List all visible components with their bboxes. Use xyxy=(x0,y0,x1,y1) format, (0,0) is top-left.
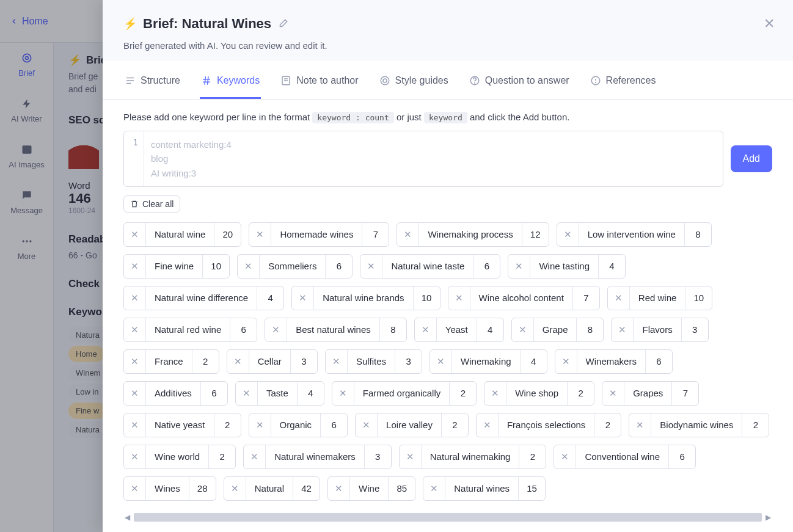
remove-keyword-icon[interactable]: ✕ xyxy=(430,350,452,373)
remove-keyword-icon[interactable]: ✕ xyxy=(512,318,534,341)
keyword-count[interactable]: 7 xyxy=(671,382,698,405)
keyword-count[interactable]: 85 xyxy=(388,477,415,500)
keyword-count[interactable]: 4 xyxy=(297,382,324,405)
tab-note-to-author[interactable]: Note to author xyxy=(279,64,359,99)
keyword-count[interactable]: 4 xyxy=(257,286,283,310)
keyword-count[interactable]: 10 xyxy=(413,286,440,310)
structure-icon xyxy=(125,75,136,86)
keyword-count[interactable]: 4 xyxy=(520,350,547,373)
remove-keyword-icon[interactable]: ✕ xyxy=(477,414,499,437)
keyword-chip: ✕Grape8 xyxy=(511,318,604,342)
keyword-count[interactable]: 2 xyxy=(449,382,476,405)
remove-keyword-icon[interactable]: ✕ xyxy=(224,477,246,500)
keyword-count[interactable]: 3 xyxy=(395,350,422,373)
keyword-count[interactable]: 7 xyxy=(362,223,389,246)
tab-structure[interactable]: Structure xyxy=(123,64,181,99)
remove-keyword-icon[interactable]: ✕ xyxy=(356,414,378,437)
remove-keyword-icon[interactable]: ✕ xyxy=(124,414,146,437)
keyword-count[interactable]: 2 xyxy=(567,382,594,405)
remove-keyword-icon[interactable]: ✕ xyxy=(602,382,624,405)
scroll-right-icon[interactable]: ▶ xyxy=(764,513,772,522)
remove-keyword-icon[interactable]: ✕ xyxy=(124,223,146,246)
keyword-count[interactable]: 4 xyxy=(598,255,625,278)
remove-keyword-icon[interactable]: ✕ xyxy=(249,223,271,246)
remove-keyword-icon[interactable]: ✕ xyxy=(328,477,350,500)
keyword-chip: ✕Best natural wines8 xyxy=(265,318,407,342)
remove-keyword-icon[interactable]: ✕ xyxy=(400,445,422,468)
remove-keyword-icon[interactable]: ✕ xyxy=(557,223,579,246)
remove-keyword-icon[interactable]: ✕ xyxy=(124,445,146,468)
remove-keyword-icon[interactable]: ✕ xyxy=(508,255,530,278)
keyword-count[interactable]: 2 xyxy=(192,350,219,373)
keyword-count[interactable]: 20 xyxy=(214,223,241,246)
keyword-count[interactable]: 42 xyxy=(293,477,320,500)
remove-keyword-icon[interactable]: ✕ xyxy=(236,382,258,405)
keyword-count[interactable]: 2 xyxy=(742,414,769,437)
keyword-count[interactable]: 6 xyxy=(200,382,227,405)
keywords-instruction: Please add one keyword per line in the f… xyxy=(123,112,772,122)
keyword-count[interactable]: 3 xyxy=(681,318,708,341)
remove-keyword-icon[interactable]: ✕ xyxy=(612,318,634,341)
remove-keyword-icon[interactable]: ✕ xyxy=(332,382,354,405)
tab-question-to-answer[interactable]: Question to answer xyxy=(468,64,571,99)
close-icon[interactable]: ✕ xyxy=(764,16,775,32)
tab-references[interactable]: References xyxy=(589,64,657,99)
remove-keyword-icon[interactable]: ✕ xyxy=(629,414,651,437)
remove-keyword-icon[interactable]: ✕ xyxy=(244,445,266,468)
edit-icon[interactable] xyxy=(277,18,288,29)
remove-keyword-icon[interactable]: ✕ xyxy=(554,445,576,468)
remove-keyword-icon[interactable]: ✕ xyxy=(397,223,419,246)
keyword-count[interactable]: 6 xyxy=(668,445,695,468)
remove-keyword-icon[interactable]: ✕ xyxy=(124,350,146,373)
remove-keyword-icon[interactable]: ✕ xyxy=(124,477,146,500)
tab-keywords[interactable]: Keywords xyxy=(200,64,261,99)
remove-keyword-icon[interactable]: ✕ xyxy=(360,255,382,278)
remove-keyword-icon[interactable]: ✕ xyxy=(448,286,470,310)
tab-style-guides[interactable]: Style guides xyxy=(378,64,450,99)
keyword-chip: ✕Natural wines15 xyxy=(423,476,546,501)
keyword-count[interactable]: 6 xyxy=(230,318,257,341)
horizontal-scrollbar[interactable]: ◀ ▶ xyxy=(123,511,772,523)
remove-keyword-icon[interactable]: ✕ xyxy=(249,414,271,437)
keyword-count[interactable]: 10 xyxy=(202,255,229,278)
add-button[interactable]: Add xyxy=(731,145,772,172)
keyword-count[interactable]: 12 xyxy=(522,223,549,246)
remove-keyword-icon[interactable]: ✕ xyxy=(423,477,445,500)
remove-keyword-icon[interactable]: ✕ xyxy=(265,318,287,341)
keyword-count[interactable]: 4 xyxy=(477,318,503,341)
keyword-count[interactable]: 2 xyxy=(214,414,241,437)
keyword-count[interactable]: 3 xyxy=(290,350,317,373)
keyword-count[interactable]: 8 xyxy=(379,318,406,341)
remove-keyword-icon[interactable]: ✕ xyxy=(124,255,146,278)
keyword-count[interactable]: 2 xyxy=(208,445,235,468)
remove-keyword-icon[interactable]: ✕ xyxy=(415,318,437,341)
remove-keyword-icon[interactable]: ✕ xyxy=(555,350,577,373)
keyword-count[interactable]: 2 xyxy=(441,414,468,437)
remove-keyword-icon[interactable]: ✕ xyxy=(227,350,249,373)
keyword-count[interactable]: 2 xyxy=(519,445,546,468)
scrollbar-track[interactable] xyxy=(134,513,762,522)
remove-keyword-icon[interactable]: ✕ xyxy=(238,255,260,278)
remove-keyword-icon[interactable]: ✕ xyxy=(124,318,146,341)
remove-keyword-icon[interactable]: ✕ xyxy=(124,382,146,405)
keyword-count[interactable]: 6 xyxy=(473,255,500,278)
scroll-left-icon[interactable]: ◀ xyxy=(123,513,131,522)
keyword-count[interactable]: 2 xyxy=(594,414,621,437)
remove-keyword-icon[interactable]: ✕ xyxy=(608,286,630,310)
keyword-count[interactable]: 3 xyxy=(364,445,391,468)
keyword-count[interactable]: 6 xyxy=(645,350,672,373)
clear-all-button[interactable]: Clear all xyxy=(123,195,180,213)
keyword-count[interactable]: 28 xyxy=(189,477,216,500)
keyword-count[interactable]: 8 xyxy=(576,318,603,341)
remove-keyword-icon[interactable]: ✕ xyxy=(124,286,146,310)
keyword-count[interactable]: 8 xyxy=(684,223,711,246)
remove-keyword-icon[interactable]: ✕ xyxy=(484,382,506,405)
remove-keyword-icon[interactable]: ✕ xyxy=(292,286,314,310)
keyword-count[interactable]: 10 xyxy=(685,286,712,310)
keywords-editor[interactable]: 1 content marketing:4 blog AI writing:3 xyxy=(123,131,723,187)
keyword-count[interactable]: 7 xyxy=(572,286,599,310)
remove-keyword-icon[interactable]: ✕ xyxy=(326,350,348,373)
keyword-count[interactable]: 6 xyxy=(320,414,347,437)
keyword-count[interactable]: 6 xyxy=(325,255,352,278)
keyword-count[interactable]: 15 xyxy=(518,477,545,500)
